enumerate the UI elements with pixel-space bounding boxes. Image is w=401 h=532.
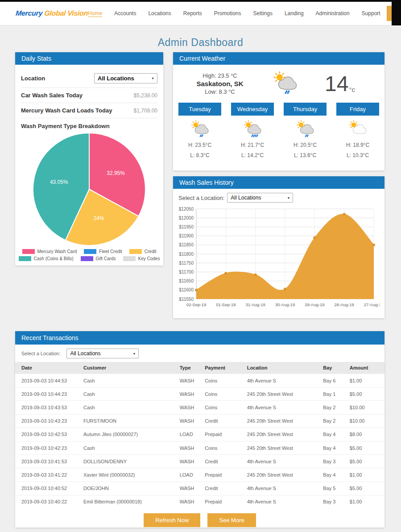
payment-type-pie-chart: 32.95%24%43.05%	[21, 130, 157, 246]
column-header-bay: Bay	[321, 362, 348, 374]
logo-global-vision: Global Vision	[42, 9, 88, 17]
daily-stats-location-value: All Locations	[95, 74, 143, 83]
weather-day-button-wednesday[interactable]: Wednesday	[231, 103, 274, 116]
cell-customer: DOE/JOHN	[82, 482, 178, 495]
cell-location: 4th Avenue S	[245, 482, 322, 495]
svg-text:31-Aug-19: 31-Aug-19	[245, 302, 265, 307]
legend-item: Key Codes	[123, 256, 160, 261]
forecast-low: L: 8.3°C	[178, 152, 221, 158]
stat-value: $1,708.00	[134, 108, 157, 114]
cell-payment: Coins	[203, 374, 245, 387]
cell-amount: $1.00	[348, 374, 384, 387]
nav-item-landing[interactable]: Landing	[285, 10, 304, 17]
nav-item-administration[interactable]: Administration	[316, 10, 350, 17]
forecast-cell-friday: H: 18.9°CL: 10.3°C	[336, 120, 379, 158]
cell-payment: Credit	[203, 414, 245, 428]
cell-customer: Cash	[82, 374, 178, 387]
nav-item-accounts[interactable]: Accounts	[114, 10, 136, 17]
transaction-row: 2019-09-03 10:44:23CashWASHCoins245 20th…	[15, 387, 384, 401]
nav-item-support[interactable]: Support	[362, 10, 380, 17]
transactions-table: DateCustomerTypePaymentLocationBayAmount…	[15, 362, 384, 508]
transaction-row: 2019-09-03 10:44:53CashWASHCoins4th Aven…	[15, 374, 384, 387]
top-navigation-bar: Mercury Global Vision HomeAccountsLocati…	[0, 2, 401, 25]
transaction-row: 2019-09-03 10:42:23CashWASHCoins245 20th…	[15, 441, 384, 454]
temp-unit: °c	[349, 86, 355, 93]
cell-type: WASH	[178, 441, 203, 454]
forecast-high: H: 18.9°C	[336, 142, 379, 148]
cell-type: WASH	[178, 455, 203, 468]
svg-text:$11800: $11800	[179, 252, 194, 257]
transaction-row: 2019-09-03 10:41:22Xavier Wint (00000032…	[15, 468, 384, 482]
cell-date: 2019-09-03 10:40:52	[15, 482, 82, 495]
sun-rain-icon	[284, 120, 327, 140]
cell-payment: Prepaid	[203, 428, 245, 441]
nav-item-home[interactable]: Home	[88, 10, 102, 17]
main-nav: HomeAccountsLocationsReportsPromotionsSe…	[88, 10, 380, 17]
daily-stats-header: Daily Stats	[15, 52, 163, 65]
svg-text:01-Sep-19: 01-Sep-19	[216, 302, 236, 307]
legend-swatch	[22, 249, 35, 254]
chevron-down-icon: ▼	[287, 196, 290, 200]
forecast-low: L: 10.3°C	[336, 152, 379, 158]
wash-history-location-value: All Locations	[227, 193, 270, 202]
svg-text:32.95%: 32.95%	[107, 170, 125, 176]
cell-date: 2019-09-03 10:40:22	[15, 495, 82, 508]
see-more-button[interactable]: See More	[207, 513, 256, 527]
legend-label: Fleet Credit	[99, 249, 122, 254]
column-header-amount: Amount	[348, 362, 384, 374]
weather-day-button-thursday[interactable]: Thursday	[284, 103, 327, 116]
cell-bay: Bay 5	[321, 482, 348, 495]
svg-text:$11850: $11850	[179, 242, 194, 247]
weather-day-buttons: TuesdayWednesdayThursdayFriday	[173, 99, 384, 116]
cell-type: WASH	[178, 387, 203, 401]
daily-stats-location-select[interactable]: All Locations ▼	[94, 73, 157, 83]
transactions-location-select[interactable]: All Locations ▼	[66, 349, 139, 358]
cell-location: 4th Avenue S	[245, 455, 322, 468]
cell-bay: Bay 2	[321, 401, 348, 414]
nav-item-locations[interactable]: Locations	[148, 10, 171, 17]
svg-text:$11600: $11600	[179, 287, 194, 292]
cell-payment: Coins	[203, 401, 245, 414]
forecast-cell-tuesday: H: 23.5°CL: 8.3°C	[178, 120, 221, 158]
wash-history-select-label: Select a Location:	[178, 195, 224, 201]
top-black-strip	[0, 0, 401, 2]
cell-amount: $5.00	[348, 387, 384, 401]
nav-item-settings[interactable]: Settings	[253, 10, 273, 17]
column-header-location: Location	[245, 362, 322, 374]
cell-customer: Xavier Wint (00000032)	[82, 468, 178, 482]
cell-amount: $5.00	[348, 455, 384, 468]
column-header-customer: Customer	[82, 362, 178, 374]
weather-day-button-friday[interactable]: Friday	[336, 103, 379, 116]
cell-bay: Bay 2	[321, 414, 348, 428]
wash-history-location-select[interactable]: All Locations ▼	[227, 193, 293, 203]
transaction-row: 2019-09-03 10:43:53CashWASHCoins4th Aven…	[15, 401, 384, 414]
column-header-date: Date	[15, 362, 82, 374]
breakdown-title: Wash Payment Type Breakdown	[21, 118, 157, 130]
svg-text:28-Aug-19: 28-Aug-19	[334, 302, 354, 307]
transactions-header: Recent Transactions	[15, 331, 384, 345]
nav-item-reports[interactable]: Reports	[183, 10, 202, 17]
cell-customer: DOLLISON/DENNY	[82, 455, 178, 468]
cell-customer: Cash	[82, 441, 178, 454]
brand-logo[interactable]: Mercury Global Vision	[15, 9, 88, 17]
cell-bay: Bay 3	[321, 495, 348, 508]
transactions-select-label: Select a Location:	[21, 351, 60, 356]
legend-item: Cash (Coins & Bills)	[19, 256, 74, 261]
forecast-high: H: 23.5°C	[178, 142, 221, 148]
svg-text:$11950: $11950	[179, 224, 194, 229]
forecast-cell-thursday: H: 20.5°CL: 13.6°C	[284, 120, 327, 158]
cell-bay: Bay 4	[321, 468, 348, 482]
stat-value: $5,238.00	[134, 92, 157, 99]
cell-payment: Credit	[203, 482, 245, 495]
cell-amount: $5.00	[348, 482, 384, 495]
weather-low: Low: 8.3 °C	[186, 88, 253, 95]
cell-type: LOAD	[178, 428, 203, 441]
weather-high: High: 23.5 °C	[186, 72, 253, 79]
location-label: Location	[21, 75, 45, 82]
nav-item-promotions[interactable]: Promotions	[214, 10, 241, 17]
weather-day-button-tuesday[interactable]: Tuesday	[178, 103, 221, 116]
refresh-now-button[interactable]: Refresh Now	[144, 513, 200, 527]
cell-customer: Cash	[82, 401, 178, 414]
cell-location: 4th Avenue S	[245, 401, 322, 414]
wash-sales-history-panel: Wash Sales History Select a Location: Al…	[173, 176, 384, 318]
